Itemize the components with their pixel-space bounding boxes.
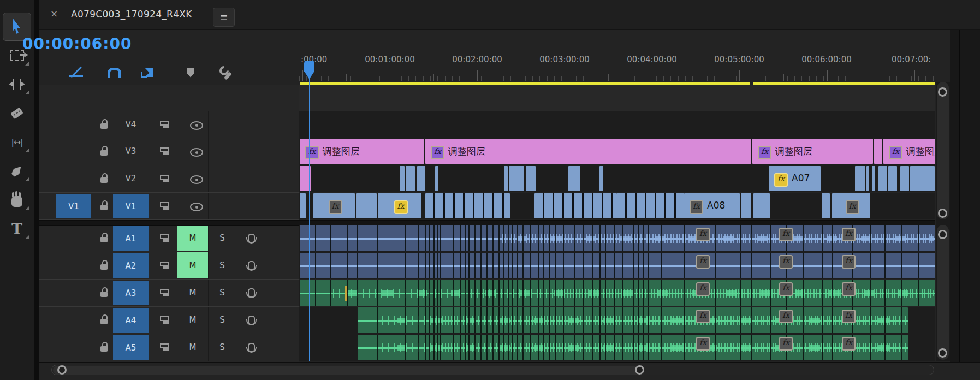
source-patch-v1[interactable]: V1 <box>56 194 91 218</box>
sync-lock-toggle-icon[interactable] <box>160 121 170 128</box>
track-lock-icon[interactable] <box>100 205 108 210</box>
track-output-toggle-icon[interactable] <box>190 121 203 130</box>
adjustment-layer-clip[interactable]: fx调整图层 <box>752 139 873 164</box>
video-clip[interactable] <box>356 193 377 218</box>
video-clip[interactable] <box>425 193 510 218</box>
video-clip[interactable] <box>526 166 536 191</box>
video-clip[interactable] <box>599 166 603 191</box>
track-target-badge[interactable]: A1 <box>113 226 149 251</box>
track-lock-icon[interactable] <box>100 292 108 297</box>
razor-tool[interactable] <box>0 99 34 127</box>
track-target-badge[interactable]: A4 <box>113 308 149 333</box>
type-tool[interactable]: T <box>0 215 34 243</box>
video-clip[interactable] <box>406 166 415 191</box>
mute-button[interactable]: M <box>177 307 208 333</box>
current-timecode[interactable]: 00:00:06:00 <box>22 35 132 53</box>
video-clip[interactable] <box>568 166 580 191</box>
video-clip[interactable] <box>822 193 830 218</box>
video-clip[interactable] <box>866 166 869 191</box>
video-clip[interactable] <box>872 166 875 191</box>
video-clip[interactable] <box>300 193 306 218</box>
video-clip[interactable] <box>435 166 438 191</box>
panel-menu-button[interactable]: ≡ <box>213 8 235 27</box>
video-clip[interactable]: fxA08 <box>684 193 740 218</box>
video-clip[interactable] <box>400 166 405 191</box>
playhead-line[interactable] <box>309 64 310 361</box>
add-marker-button[interactable] <box>182 64 199 81</box>
mute-button[interactable]: M <box>177 280 208 306</box>
mute-button[interactable]: M <box>177 225 208 251</box>
sync-lock-toggle-icon[interactable] <box>160 316 170 324</box>
audio-scrollbar-handle-bottom[interactable] <box>938 348 947 358</box>
horizontal-scrollbar-thumb[interactable] <box>53 366 643 375</box>
sync-lock-toggle-icon[interactable] <box>160 289 170 296</box>
solo-button[interactable]: S <box>214 334 230 360</box>
track-target-badge[interactable]: A2 <box>113 253 149 278</box>
audio-scrollbar-thumb[interactable] <box>937 225 949 360</box>
track-lock-icon[interactable] <box>100 237 108 242</box>
slip-tool[interactable]: |↔| <box>0 128 34 156</box>
video-clip[interactable] <box>878 166 887 191</box>
track-output-toggle-icon[interactable] <box>190 203 203 211</box>
video-clip[interactable]: fx <box>378 193 421 218</box>
adjustment-layer-clip[interactable]: fx调整图层 <box>300 139 424 164</box>
solo-button[interactable]: S <box>214 307 230 333</box>
sync-lock-toggle-icon[interactable] <box>160 262 170 269</box>
video-scrollbar-handle-top[interactable] <box>938 87 947 97</box>
track-output-toggle-icon[interactable] <box>190 175 203 184</box>
audio-scrollbar-handle-top[interactable] <box>938 230 947 239</box>
track-target-badge[interactable]: V1 <box>113 194 149 218</box>
tab-close-icon[interactable]: × <box>50 8 58 19</box>
pen-tool[interactable] <box>0 157 34 185</box>
voiceover-record-icon[interactable] <box>248 343 255 352</box>
voiceover-record-icon[interactable] <box>248 288 255 298</box>
video-clip[interactable] <box>617 193 684 218</box>
sync-lock-toggle-icon[interactable] <box>160 175 170 182</box>
track-lock-icon[interactable] <box>100 346 108 352</box>
adjustment-layer-clip[interactable]: fx调整图层 <box>883 139 935 164</box>
video-clip[interactable] <box>509 166 524 191</box>
track-target-badge[interactable]: A5 <box>113 335 149 360</box>
track-lock-icon[interactable] <box>100 319 108 324</box>
mute-button[interactable]: M <box>177 252 208 278</box>
nested-sequence-toggle-button[interactable] <box>68 64 84 81</box>
sync-lock-toggle-icon[interactable] <box>160 202 170 210</box>
audio-clip[interactable] <box>300 280 935 306</box>
video-clip[interactable]: fx <box>313 193 355 218</box>
track-name-label[interactable]: V2 <box>113 174 149 183</box>
timeline-settings-wrench-button[interactable] <box>217 64 234 81</box>
track-name-label[interactable]: V3 <box>113 146 149 156</box>
solo-button[interactable]: S <box>214 252 230 278</box>
track-target-badge[interactable]: A3 <box>113 281 149 305</box>
horizontal-scrollbar-handle-left[interactable] <box>57 365 67 375</box>
sync-lock-toggle-icon[interactable] <box>160 343 170 351</box>
snap-toggle-button[interactable] <box>106 64 122 81</box>
ripple-edit-tool[interactable] <box>0 70 34 98</box>
track-lock-icon[interactable] <box>100 150 108 156</box>
sync-lock-toggle-icon[interactable] <box>160 147 170 155</box>
hand-tool[interactable] <box>0 186 34 214</box>
solo-button[interactable]: S <box>214 280 230 306</box>
video-clip[interactable] <box>534 193 617 218</box>
audio-clip[interactable] <box>358 335 908 360</box>
voiceover-record-icon[interactable] <box>248 316 255 325</box>
video-scrollbar-handle-bottom[interactable] <box>938 209 947 218</box>
voiceover-record-icon[interactable] <box>248 261 255 270</box>
video-clip[interactable]: fxA07 <box>769 166 821 191</box>
video-clip[interactable] <box>910 166 935 191</box>
track-lock-icon[interactable] <box>100 177 108 183</box>
adjustment-layer-clip[interactable]: fx调整图层 <box>425 139 751 164</box>
track-lock-icon[interactable] <box>100 264 108 270</box>
video-clip[interactable] <box>741 193 751 218</box>
track-output-toggle-icon[interactable] <box>190 148 203 157</box>
video-clip[interactable]: fx <box>832 193 870 218</box>
audio-clip[interactable] <box>358 307 908 333</box>
voiceover-record-icon[interactable] <box>248 234 255 243</box>
video-clip[interactable] <box>855 166 865 191</box>
audio-clip[interactable] <box>300 253 935 278</box>
track-lock-icon[interactable] <box>100 123 108 129</box>
solo-button[interactable]: S <box>214 225 230 251</box>
mute-button[interactable]: M <box>177 334 208 360</box>
track-name-label[interactable]: V4 <box>113 120 149 129</box>
horizontal-scrollbar-handle-right[interactable] <box>635 365 644 375</box>
